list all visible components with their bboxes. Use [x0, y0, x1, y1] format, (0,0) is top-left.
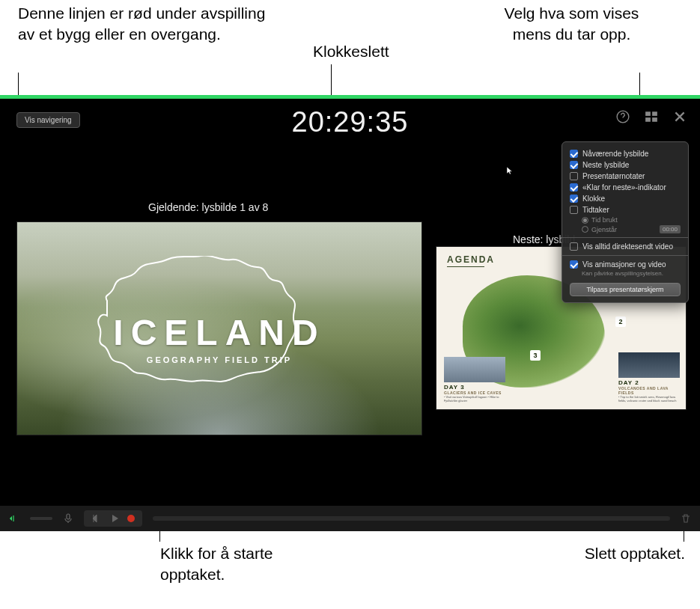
- recording-toolbar: [0, 506, 700, 531]
- radio-icon[interactable]: [582, 226, 588, 233]
- option-clock[interactable]: Klokke: [562, 193, 688, 204]
- option-live-video[interactable]: Vis alltid direktesendt video: [562, 241, 688, 252]
- checkbox-icon[interactable]: [570, 150, 578, 158]
- callout-line: [18, 73, 19, 95]
- radio-icon[interactable]: [582, 217, 588, 224]
- callout-delete: Slett opptaket.: [539, 543, 685, 564]
- svg-rect-1: [645, 111, 651, 116]
- presenter-display: Vis navigering 20:29:35 Gjeldende: lysbi…: [0, 99, 700, 531]
- day2-thumb: [618, 352, 680, 378]
- display-options-popover: Nåværende lysbilde Neste lysbilde Presen…: [561, 141, 689, 303]
- day2-label: DAY 2: [618, 379, 680, 386]
- map-marker-3: 3: [530, 350, 541, 361]
- map-marker-2: 2: [615, 316, 626, 327]
- callout-record: Klikk for å starte opptaket.: [160, 543, 310, 586]
- svg-rect-4: [652, 117, 657, 122]
- option-anim-note: Kan påvirke avspillingsytelsen.: [562, 270, 688, 278]
- option-label: Tidtaker: [582, 206, 609, 214]
- checkbox-icon[interactable]: [570, 172, 578, 180]
- microphone-icon[interactable]: [63, 513, 73, 524]
- callout-red-line: Denne linjen er rød under avspilling av …: [18, 3, 273, 46]
- checkbox-icon[interactable]: [570, 242, 578, 251]
- slide-subtitle: GEOGRAPHY FIELD TRIP: [17, 355, 421, 364]
- option-label: Neste lysbilde: [582, 161, 629, 169]
- option-label: «Klar for neste»-indikator: [582, 183, 666, 192]
- option-presenter-notes[interactable]: Presentatørnotater: [562, 171, 688, 182]
- svg-rect-3: [645, 117, 651, 122]
- option-timer[interactable]: Tidtaker: [562, 204, 688, 215]
- play-icon[interactable]: [109, 513, 120, 524]
- checkbox-icon[interactable]: [570, 260, 578, 269]
- layout-options-icon[interactable]: [645, 110, 658, 123]
- recording-timeline[interactable]: [153, 516, 670, 521]
- checkbox-icon[interactable]: [570, 206, 578, 214]
- agenda-divider: [447, 266, 484, 267]
- day3-text: • Visit various Vatnajökull lagoon • Hik…: [444, 396, 505, 403]
- divider: [562, 255, 688, 256]
- checkbox-icon[interactable]: [570, 195, 578, 203]
- audio-meter: [30, 517, 52, 520]
- mouse-cursor-icon: [506, 166, 515, 175]
- day3-label: DAY 3: [444, 384, 505, 391]
- trash-icon[interactable]: [681, 513, 691, 524]
- slide-title: ICELAND: [17, 312, 421, 353]
- callout-clock: Klokkeslett: [313, 41, 389, 62]
- close-icon[interactable]: [673, 110, 687, 123]
- customize-presenter-display-button[interactable]: Tilpass presentatørskjerm: [570, 283, 681, 296]
- current-slide-preview: ICELAND GEOGRAPHY FIELD TRIP: [16, 221, 422, 435]
- option-label: Nåværende lysbilde: [582, 150, 648, 158]
- checkbox-icon[interactable]: [570, 161, 578, 169]
- option-label: Presentatørnotater: [582, 172, 645, 180]
- day2-text: • Trip to the Þórsmörk area, Hvannagil l…: [618, 396, 680, 403]
- current-slide-label: Gjeldende: lysbilde 1 av 8: [148, 201, 268, 213]
- rewind-icon[interactable]: [91, 513, 102, 524]
- agenda-title: AGENDA: [447, 254, 495, 265]
- day3-card: DAY 3 GLACIERS AND ICE CAVES • Visit var…: [444, 357, 505, 403]
- option-animations[interactable]: Vis animasjoner og video: [562, 259, 688, 270]
- option-current-slide[interactable]: Nåværende lysbilde: [562, 148, 688, 159]
- divider: [562, 237, 688, 238]
- clock-time: 20:29:35: [0, 106, 700, 138]
- option-next-slide[interactable]: Neste lysbilde: [562, 159, 688, 171]
- radio-time-elapsed[interactable]: Tid brukt: [562, 215, 688, 224]
- option-ready-indicator[interactable]: «Klar for neste»-indikator: [562, 182, 688, 193]
- audio-level-icon: [9, 513, 19, 524]
- svg-rect-2: [652, 111, 657, 116]
- time-badge: 00:00: [660, 225, 681, 233]
- playback-controls: [84, 510, 142, 527]
- option-label: Klokke: [582, 195, 605, 203]
- callout-options: Velg hva som vises mens du tar opp.: [491, 3, 652, 46]
- record-button[interactable]: [127, 515, 135, 522]
- day2-card: DAY 2 VOLCANOES AND LAVA FIELDS • Trip t…: [618, 352, 680, 403]
- option-label: Vis animasjoner og video: [582, 260, 666, 269]
- day3-thumb: [444, 357, 505, 382]
- day2-sub: VOLCANOES AND LAVA FIELDS: [618, 386, 680, 395]
- radio-label: Tid brukt: [591, 216, 618, 224]
- radio-time-remaining[interactable]: Gjenstår 00:00: [562, 224, 688, 234]
- radio-label: Gjenstår: [591, 226, 617, 233]
- checkbox-icon[interactable]: [570, 183, 578, 192]
- option-label: Vis alltid direktesendt video: [582, 242, 673, 251]
- help-icon[interactable]: [616, 110, 630, 123]
- svg-rect-5: [67, 514, 70, 519]
